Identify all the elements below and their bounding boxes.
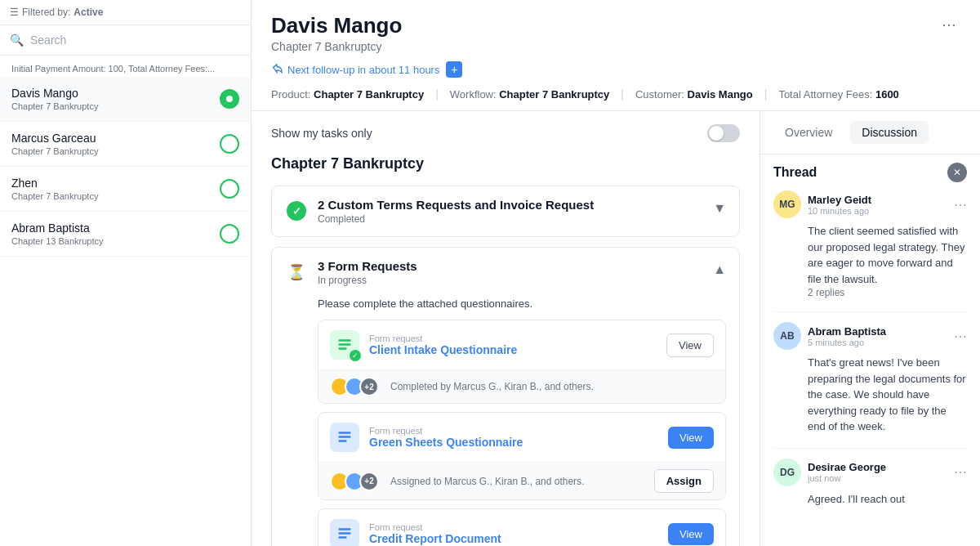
message-divider-1	[773, 311, 967, 312]
meta-row: Product: Chapter 7 Bankruptcy | Workflow…	[271, 87, 960, 101]
customer-meta: Customer: Davis Mango	[635, 88, 753, 101]
client-item-2[interactable]: Zhen Chapter 7 Bankruptcy	[0, 167, 251, 212]
client-subtitle-2: Chapter 7 Bankruptcy	[11, 191, 98, 201]
form-1-avatars: +2	[330, 377, 374, 396]
completed-check-icon	[287, 201, 306, 221]
task-group-1-header[interactable]: 2 Custom Terms Requests and Invoice Requ…	[272, 186, 739, 236]
msg-1-sender: Marley Geidt	[808, 194, 871, 206]
main-content: Davis Mango Chapter 7 Bankruptcy ⋯ Next …	[252, 0, 980, 546]
form-icon-3	[330, 519, 359, 546]
msg-2-body: That's great news! I've been preparing t…	[773, 355, 967, 435]
attorney-fees-meta: Total Attorney Fees: 1600	[778, 88, 898, 101]
form-request-1: Form request Client Intake Questionnaire…	[318, 320, 726, 404]
search-input[interactable]	[30, 34, 241, 47]
form-1-assignee-text: Completed by Marcus G., Kiran B., and ot…	[390, 381, 594, 392]
workflow-meta: Workflow: Chapter 7 Bankruptcy	[450, 88, 610, 101]
show-my-tasks-label: Show my tasks only	[271, 127, 372, 140]
list-icon	[336, 337, 353, 353]
form-2-label: Form request	[369, 426, 658, 436]
avatar-abram: AB	[773, 322, 801, 350]
msg-3-more-button[interactable]: ⋯	[954, 464, 967, 480]
case-type: Chapter 7 Bankruptcy	[271, 40, 402, 53]
task-group-1: 2 Custom Terms Requests and Invoice Requ…	[271, 186, 740, 237]
client-name: Davis Mango	[271, 13, 402, 38]
form-icon-2	[330, 423, 359, 452]
more-options-button[interactable]: ⋯	[938, 13, 960, 36]
form-1-name: Client Intake Questionnaire	[369, 343, 657, 356]
form-2-assignee-text: Assigned to Marcus G., Kiran B., and oth…	[390, 476, 584, 487]
form-2-view-button[interactable]: View	[668, 427, 714, 449]
task-group-2-chevron[interactable]: ▲	[713, 262, 726, 277]
task-group-1-status: Completed	[318, 213, 594, 225]
search-bar[interactable]: 🔍	[0, 25, 251, 56]
filter-bar: ☰ Filtered by: Active	[0, 0, 251, 25]
avatar-count-2: +2	[359, 472, 379, 491]
client-name-3: Abram Baptista	[11, 222, 104, 235]
avatar-desirae: DG	[773, 459, 801, 486]
svg-rect-0	[339, 339, 351, 342]
form-request-2: Form request Green Sheets Questionnaire …	[318, 412, 726, 500]
add-follow-up-button[interactable]: +	[446, 61, 462, 78]
form-3-view-button[interactable]: View	[668, 523, 714, 545]
msg-1-more-button[interactable]: ⋯	[954, 197, 967, 213]
list-icon-3	[336, 526, 353, 542]
search-icon: 🔍	[10, 34, 24, 47]
task-group-2-header[interactable]: ⏳ 3 Form Requests In progress ▲	[272, 248, 739, 298]
svg-rect-6	[339, 528, 351, 530]
thread-title: Thread	[773, 165, 817, 180]
filter-value: Active	[74, 7, 103, 18]
task-group-2-status: In progress	[318, 275, 417, 286]
message-3: DG Desirae George just now ⋯ Agreed. I'l…	[773, 459, 967, 508]
show-my-tasks-row: Show my tasks only	[271, 124, 740, 142]
avatar-marley: MG	[773, 190, 801, 218]
task-group-1-chevron[interactable]: ▼	[713, 201, 726, 216]
show-my-tasks-toggle[interactable]	[707, 124, 740, 142]
assign-button[interactable]: Assign	[654, 469, 714, 493]
svg-rect-4	[339, 436, 351, 438]
follow-up-link[interactable]: Next follow-up in about 11 hours	[271, 64, 439, 76]
form-icon-completed-1	[330, 330, 359, 360]
form-1-label: Form request	[369, 333, 657, 343]
hourglass-icon: ⏳	[287, 263, 305, 281]
msg-2-sender: Abram Baptista	[808, 325, 886, 338]
tab-discussion[interactable]: Discussion	[850, 121, 929, 144]
msg-3-sender: Desirae George	[808, 461, 886, 473]
thread-header: Thread ✕	[760, 154, 980, 190]
svg-rect-1	[339, 343, 351, 346]
msg-2-more-button[interactable]: ⋯	[954, 329, 967, 344]
task-group-1-name: 2 Custom Terms Requests and Invoice Requ…	[318, 198, 594, 212]
thread-close-button[interactable]: ✕	[947, 163, 967, 182]
panel-tabs: Overview Discussion	[760, 111, 980, 154]
client-name-2: Zhen	[11, 177, 98, 190]
form-3-label: Form request	[369, 522, 658, 532]
msg-1-body: The client seemed satisfied with our pro…	[773, 223, 967, 287]
msg-1-replies[interactable]: 2 replies	[773, 287, 967, 298]
discussion-panel: Overview Discussion Thread ✕ MG Marley G…	[760, 111, 980, 546]
reply-icon	[271, 64, 283, 75]
form-2-avatars: +2	[330, 472, 374, 491]
client-item-0[interactable]: Davis Mango Chapter 7 Bankruptcy	[0, 77, 251, 122]
client-item-1[interactable]: Marcus Garceau Chapter 7 Bankruptcy	[0, 122, 251, 167]
svg-rect-2	[339, 347, 347, 350]
message-2: AB Abram Baptista 5 minutes ago ⋯ That's…	[773, 322, 967, 435]
thread-messages: MG Marley Geidt 10 minutes ago ⋯ The cli…	[760, 190, 980, 546]
content-area: Show my tasks only Chapter 7 Bankruptcy …	[252, 111, 980, 546]
form-2-name: Green Sheets Questionnaire	[369, 436, 658, 449]
client-subtitle-1: Chapter 7 Bankruptcy	[11, 146, 98, 156]
msg-2-time: 5 minutes ago	[808, 338, 886, 347]
message-1: MG Marley Geidt 10 minutes ago ⋯ The cli…	[773, 190, 967, 298]
form-1-view-button[interactable]: View	[666, 333, 714, 357]
avatar-count-1: +2	[359, 377, 379, 396]
task-group-2-name: 3 Form Requests	[318, 259, 417, 273]
client-subtitle-3: Chapter 13 Bankruptcy	[11, 236, 104, 246]
status-ring	[220, 224, 239, 244]
tab-overview[interactable]: Overview	[773, 121, 844, 144]
svg-rect-3	[339, 432, 351, 434]
status-ring	[220, 179, 239, 199]
msg-1-time: 10 minutes ago	[808, 206, 871, 216]
client-subtitle-0: Chapter 7 Bankruptcy	[11, 101, 98, 111]
form-3-name: Credit Report Document	[369, 532, 658, 545]
task-group-2-desc: Please complete the attached questionnai…	[318, 298, 726, 310]
client-item-3[interactable]: Abram Baptista Chapter 13 Bankruptcy	[0, 212, 251, 257]
client-name-1: Marcus Garceau	[11, 132, 98, 145]
